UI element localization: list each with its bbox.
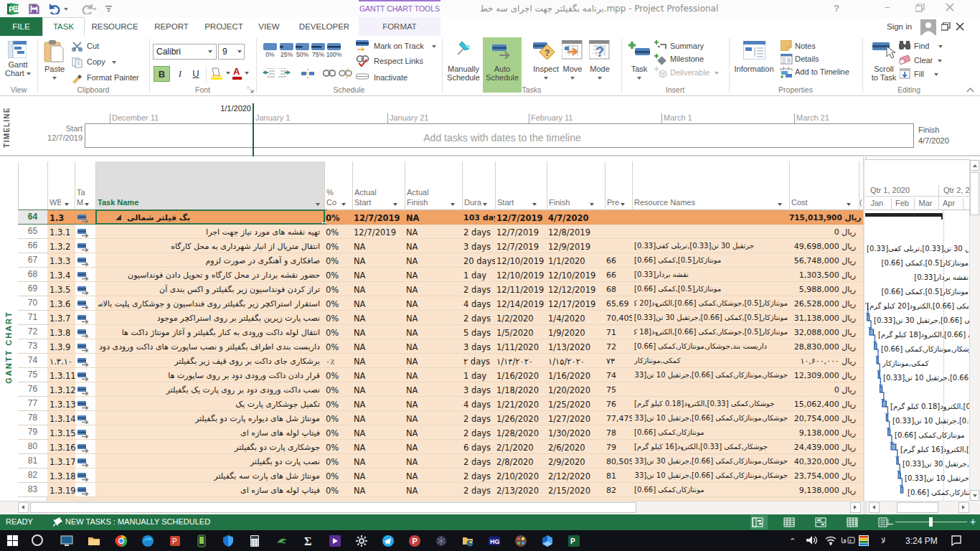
svg-text:x: x — [849, 538, 852, 543]
svg-text:P: P — [413, 537, 418, 545]
svg-text:HG: HG — [490, 538, 500, 545]
svg-text:P: P — [570, 537, 575, 545]
svg-text:?: ? — [545, 48, 550, 58]
svg-text:فا: فا — [841, 537, 847, 545]
svg-text:P: P — [172, 537, 177, 545]
svg-text:P: P — [9, 5, 14, 14]
svg-text:Σ: Σ — [304, 535, 311, 547]
svg-text:?: ? — [595, 44, 604, 60]
